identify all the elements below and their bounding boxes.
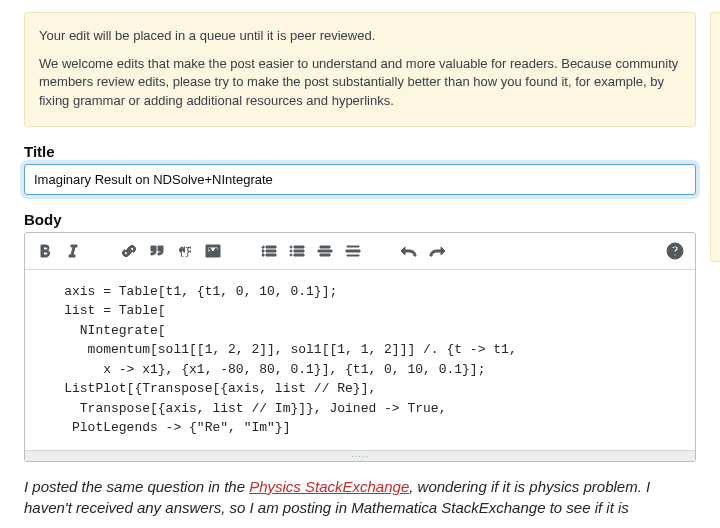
undo-button[interactable] — [395, 237, 423, 265]
body-editor: {} — [24, 232, 696, 462]
redo-button[interactable] — [423, 237, 451, 265]
unordered-list-button[interactable] — [283, 237, 311, 265]
help-button[interactable] — [661, 237, 689, 265]
body-preview: I posted the same question in the Physic… — [24, 476, 696, 518]
title-input[interactable] — [24, 164, 696, 195]
bold-button[interactable] — [31, 237, 59, 265]
code-button[interactable]: {} — [171, 237, 199, 265]
physics-stackexchange-link[interactable]: Physics StackExchange — [249, 478, 409, 495]
sidebar-notice-stub — [710, 12, 720, 262]
notice-line-2: We welcome edits that make the post easi… — [39, 55, 681, 110]
edit-form: Your edit will be placed in a queue unti… — [0, 0, 720, 518]
edit-queue-notice: Your edit will be placed in a queue unti… — [24, 12, 696, 127]
ordered-list-button[interactable] — [255, 237, 283, 265]
body-textarea[interactable]: axis = Table[t1, {t1, 0, 10, 0.1}]; list… — [25, 270, 695, 450]
editor-toolbar: {} — [25, 233, 695, 270]
italic-button[interactable] — [59, 237, 87, 265]
heading-button[interactable] — [311, 237, 339, 265]
body-label: Body — [24, 211, 696, 228]
title-label: Title — [24, 143, 696, 160]
link-button[interactable] — [115, 237, 143, 265]
image-button[interactable] — [199, 237, 227, 265]
svg-text:{}: {} — [178, 245, 191, 258]
quote-button[interactable] — [143, 237, 171, 265]
editor-resize-grippie[interactable]: ····· — [25, 450, 695, 461]
hr-button[interactable] — [339, 237, 367, 265]
preview-text-before: I posted the same question in the — [24, 478, 249, 495]
notice-line-1: Your edit will be placed in a queue unti… — [39, 27, 681, 45]
